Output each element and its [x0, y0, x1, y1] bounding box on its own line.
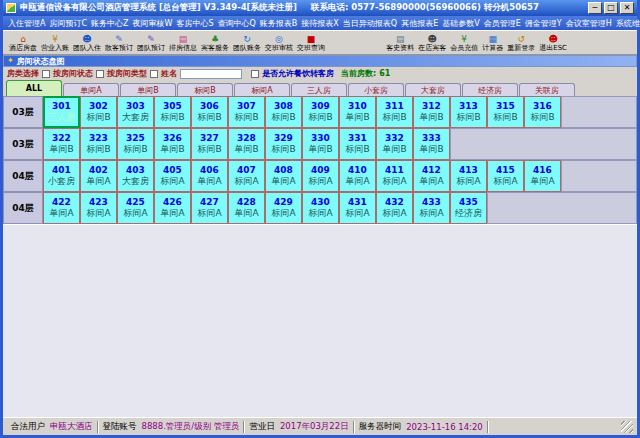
toolbar-button-guest-history[interactable]: ▤客史资料 [384, 34, 416, 52]
menu-item-12[interactable]: 佣金管理Y [525, 18, 562, 29]
room-cell[interactable]: 411标间A [376, 160, 413, 192]
menu-item-10[interactable]: 基础参数V [442, 18, 479, 29]
room-cell[interactable]: 401小套房 [43, 160, 80, 192]
menu-item-9[interactable]: 其他报表E [401, 18, 438, 29]
room-cell[interactable]: 306标间B [191, 96, 228, 128]
room-cell[interactable]: 410单间A [339, 160, 376, 192]
toolbar-button-member-recharge[interactable]: ¥会员充值 [448, 34, 480, 52]
room-cell[interactable]: 402单间A [80, 160, 117, 192]
room-cell[interactable]: 403大套房 [117, 160, 154, 192]
room-cell[interactable]: 327标间B [191, 128, 228, 160]
room-cell[interactable]: 423标间A [80, 192, 117, 224]
toolbar-button-inhouse-guest[interactable]: ☻在店宾客 [416, 34, 448, 52]
maximize-button[interactable]: □ [604, 2, 618, 14]
menu-item-0[interactable]: 入住管理A [8, 18, 45, 29]
tab-room-type-6[interactable]: 小套房 [348, 83, 404, 96]
toolbar-button-room-assign[interactable]: ▤排房信息 [167, 34, 199, 52]
menu-item-7[interactable]: 接待报表X [301, 18, 338, 29]
room-cell[interactable]: 309标间B [302, 96, 339, 128]
toolbar-button-exit[interactable]: ☻退出ESC [537, 34, 569, 52]
close-button[interactable]: ✕ [620, 2, 634, 14]
room-cell[interactable]: 425标间A [117, 192, 154, 224]
room-cell[interactable]: 432标间A [376, 192, 413, 224]
allow-transfer-checkbox[interactable] [251, 70, 259, 78]
menu-item-8[interactable]: 当日异动报表Q [343, 18, 397, 29]
menu-item-11[interactable]: 会员管理E [484, 18, 521, 29]
room-cell[interactable]: 316标间B [524, 96, 561, 128]
toolbar-button-group-billing[interactable]: ↻团队账务 [231, 34, 263, 52]
room-cell[interactable]: 301三人房 [43, 96, 80, 128]
room-cell[interactable]: 428单间A [228, 192, 265, 224]
room-cell[interactable]: 405标间A [154, 160, 191, 192]
room-cell[interactable]: 329标间B [265, 128, 302, 160]
tab-room-type-3[interactable]: 标间B [177, 83, 233, 96]
room-cell[interactable]: 305标间B [154, 96, 191, 128]
toolbar-button-relogin[interactable]: ↺重新登录 [505, 34, 537, 52]
tab-room-type-0[interactable]: ALL [6, 80, 62, 96]
toolbar-button-shift-audit[interactable]: ◎交班审核 [263, 34, 295, 52]
room-cell[interactable]: 330单间B [302, 128, 339, 160]
tab-room-type-5[interactable]: 三人房 [291, 83, 347, 96]
menu-item-5[interactable]: 查询中心Q [218, 18, 256, 29]
room-cell[interactable]: 333单间B [413, 128, 450, 160]
minimize-button[interactable]: ─ [588, 2, 602, 14]
room-cell[interactable]: 412单间A [413, 160, 450, 192]
room-cell[interactable]: 310单间B [339, 96, 376, 128]
menu-item-2[interactable]: 账务中心Z [91, 18, 128, 29]
toolbar-button-shift-query[interactable]: ■交班查询 [295, 34, 327, 52]
menu-item-13[interactable]: 会议室管理H [566, 18, 612, 29]
menu-item-6[interactable]: 账务报表B [260, 18, 298, 29]
room-cell[interactable]: 313标间B [450, 96, 487, 128]
room-cell[interactable]: 303大套房 [117, 96, 154, 128]
room-cell[interactable]: 416单间A [524, 160, 561, 192]
tab-room-type-9[interactable]: 关联房 [519, 83, 575, 96]
toolbar-button-group-checkin[interactable]: ☻团队入住 [71, 34, 103, 52]
room-cell[interactable]: 312单间B [413, 96, 450, 128]
room-cell[interactable]: 308标间B [265, 96, 302, 128]
by-type-checkbox[interactable] [96, 70, 104, 78]
room-cell[interactable]: 422单间A [43, 192, 80, 224]
menu-item-4[interactable]: 客房中心S [176, 18, 213, 29]
toolbar-button-hotel-rooms[interactable]: ⌂酒店房盘 [7, 34, 39, 52]
tab-room-type-8[interactable]: 经济房 [462, 83, 518, 96]
room-cell[interactable]: 413标间A [450, 160, 487, 192]
guest-name-input[interactable] [180, 69, 242, 79]
tab-room-type-7[interactable]: 大套房 [405, 83, 461, 96]
room-cell[interactable]: 431标间A [339, 192, 376, 224]
room-cell[interactable]: 426单间A [154, 192, 191, 224]
room-cell[interactable]: 311标间B [376, 96, 413, 128]
room-cell[interactable]: 408单间A [265, 160, 302, 192]
tab-room-type-4[interactable]: 标间A [234, 83, 290, 96]
room-cell[interactable]: 427标间A [191, 192, 228, 224]
room-cell[interactable]: 323标间B [80, 128, 117, 160]
room-cell[interactable]: 325标间B [117, 128, 154, 160]
room-cell[interactable]: 331标间B [339, 128, 376, 160]
room-cell[interactable]: 433标间A [413, 192, 450, 224]
tab-room-type-1[interactable]: 单间A [63, 83, 119, 96]
toolbar-button-guest-service[interactable]: ♣宾客服务 [199, 34, 231, 52]
menu-item-1[interactable]: 房间预订C [49, 18, 87, 29]
room-cell[interactable]: 435经济房 [450, 192, 487, 224]
room-cell[interactable]: 328单间B [228, 128, 265, 160]
toolbar-button-walkin-booking[interactable]: ✎散客预订 [103, 34, 135, 52]
room-cell[interactable]: 302标间B [80, 96, 117, 128]
toolbar-button-group-booking[interactable]: ✎团队预订 [135, 34, 167, 52]
name-checkbox[interactable] [150, 70, 158, 78]
menu-item-14[interactable]: 系统维护B [616, 18, 640, 29]
room-cell[interactable]: 406单间A [191, 160, 228, 192]
room-cell[interactable]: 322单间B [43, 128, 80, 160]
menu-item-3[interactable]: 夜间审核W [133, 18, 173, 29]
room-cell[interactable]: 315标间B [487, 96, 524, 128]
toolbar-button-cash-in[interactable]: ¥营业入账 [39, 34, 71, 52]
room-cell[interactable]: 429标间A [265, 192, 302, 224]
toolbar-button-calculator[interactable]: ▦计算器 [480, 34, 505, 52]
by-status-checkbox[interactable] [42, 70, 50, 78]
room-cell[interactable]: 307标间B [228, 96, 265, 128]
room-cell[interactable]: 332单间B [376, 128, 413, 160]
room-cell[interactable]: 326单间B [154, 128, 191, 160]
room-cell[interactable]: 407标间A [228, 160, 265, 192]
room-cell[interactable]: 430标间A [302, 192, 339, 224]
tab-room-type-2[interactable]: 单间B [120, 83, 176, 96]
room-cell[interactable]: 415标间A [487, 160, 524, 192]
room-cell[interactable]: 409标间A [302, 160, 339, 192]
